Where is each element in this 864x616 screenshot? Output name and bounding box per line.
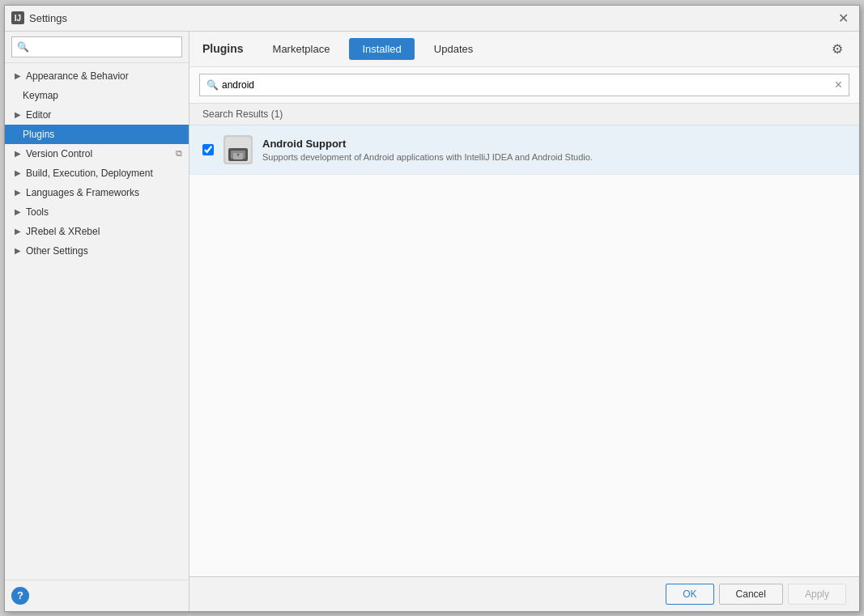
gear-button[interactable]: ⚙: [828, 38, 846, 60]
settings-window: IJ Settings ✕ 🔍 ▶ Appearance & Behavior …: [4, 5, 860, 612]
tab-marketplace[interactable]: Marketplace: [260, 38, 343, 60]
sidebar-item-version-control[interactable]: ▶ Version Control ⧉: [5, 144, 189, 164]
sidebar-item-build[interactable]: ▶ Build, Execution, Deployment: [5, 164, 189, 183]
plugins-title: Plugins: [202, 42, 244, 55]
sidebar-item-label: Appearance & Behavior: [26, 70, 129, 82]
plugins-header: Plugins Marketplace Installed Updates ⚙: [189, 32, 859, 67]
plugin-checkbox-android[interactable]: [202, 144, 214, 155]
plugin-search-input[interactable]: [222, 79, 835, 91]
app-icon: IJ: [11, 11, 24, 24]
plugin-info-android: Android Support Supports development of …: [262, 138, 846, 162]
apply-button[interactable]: Apply: [788, 584, 846, 605]
sidebar-item-label: JRebel & XRebel: [26, 226, 100, 237]
sidebar-item-label: Editor: [26, 109, 51, 121]
plugin-search-area: 🔍 ×: [189, 67, 859, 104]
sidebar-item-label: Keymap: [23, 90, 58, 101]
plugin-icon-android: [223, 135, 253, 164]
sidebar-item-languages[interactable]: ▶ Languages & Frameworks: [5, 183, 189, 202]
tab-installed[interactable]: Installed: [349, 38, 414, 60]
footer: OK Cancel Apply: [189, 576, 859, 611]
sidebar-item-label: Plugins: [23, 129, 54, 140]
sidebar-search-input[interactable]: [32, 41, 177, 53]
plugin-name-android: Android Support: [262, 138, 846, 150]
plugin-list: Android Support Supports development of …: [189, 125, 859, 576]
sidebar-search-wrapper: 🔍: [11, 36, 182, 57]
help-button[interactable]: ?: [11, 587, 29, 605]
sidebar-item-label: Version Control: [26, 148, 92, 159]
window-title: Settings: [29, 12, 833, 24]
window-body: 🔍 ▶ Appearance & Behavior Keymap ▶ Edito…: [5, 32, 859, 611]
cancel-button[interactable]: Cancel: [719, 584, 783, 605]
sidebar-item-editor[interactable]: ▶ Editor: [5, 105, 189, 125]
sidebar-bottom: ?: [5, 580, 189, 611]
copy-icon: ⧉: [176, 148, 182, 159]
plugin-search-wrapper: 🔍 ×: [199, 74, 849, 96]
sidebar-item-label: Tools: [26, 206, 49, 218]
android-icon-svg: [223, 135, 253, 164]
clear-search-button[interactable]: ×: [835, 79, 842, 91]
arrow-icon: ▶: [15, 149, 21, 158]
plugin-desc-android: Supports development of Android applicat…: [262, 152, 846, 162]
tab-updates[interactable]: Updates: [421, 38, 486, 60]
arrow-icon: ▶: [15, 110, 21, 119]
plugin-search-icon: 🔍: [206, 79, 219, 91]
sidebar-item-tools[interactable]: ▶ Tools: [5, 202, 189, 222]
sidebar-item-label: Build, Execution, Deployment: [26, 168, 153, 179]
arrow-icon: ▶: [15, 207, 21, 216]
ok-button[interactable]: OK: [666, 584, 713, 605]
sidebar-search-icon: 🔍: [17, 41, 29, 53]
sidebar: 🔍 ▶ Appearance & Behavior Keymap ▶ Edito…: [5, 32, 189, 611]
svg-point-4: [237, 153, 240, 155]
main-content: Plugins Marketplace Installed Updates ⚙ …: [189, 32, 859, 611]
close-button[interactable]: ✕: [833, 8, 853, 28]
sidebar-item-plugins[interactable]: Plugins: [5, 125, 189, 144]
sidebar-item-label: Languages & Frameworks: [26, 187, 139, 198]
search-results-label: Search Results (1): [189, 104, 859, 125]
arrow-icon: ▶: [15, 71, 21, 80]
arrow-icon: ▶: [15, 227, 21, 236]
sidebar-item-appearance[interactable]: ▶ Appearance & Behavior: [5, 66, 189, 86]
title-bar: IJ Settings ✕: [5, 6, 859, 32]
plugin-item-android[interactable]: Android Support Supports development of …: [189, 125, 859, 175]
sidebar-item-label: Other Settings: [26, 245, 88, 257]
sidebar-item-keymap[interactable]: Keymap: [5, 86, 189, 105]
nav-items-list: ▶ Appearance & Behavior Keymap ▶ Editor …: [5, 63, 189, 580]
arrow-icon: ▶: [15, 168, 21, 177]
sidebar-item-other[interactable]: ▶ Other Settings: [5, 241, 189, 261]
arrow-icon: ▶: [15, 188, 21, 197]
sidebar-search-bar: 🔍: [5, 32, 189, 63]
arrow-icon: ▶: [15, 246, 21, 255]
sidebar-item-jrebel[interactable]: ▶ JRebel & XRebel: [5, 222, 189, 241]
